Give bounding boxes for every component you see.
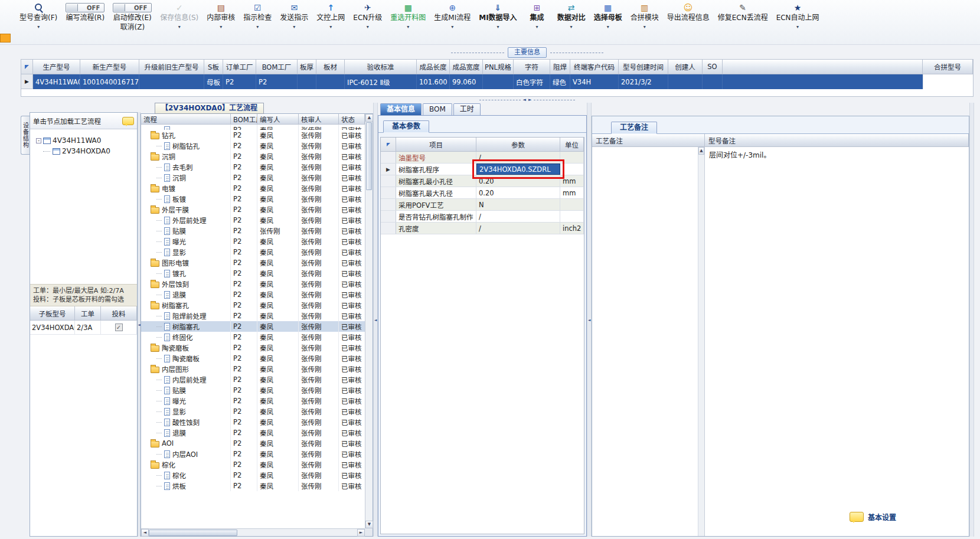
toolbar-button-sublabel[interactable]: 取消(Z) [120, 23, 145, 31]
main-info-section-tab[interactable]: 主要信息 [508, 47, 547, 58]
toolbar-button[interactable]: 发送指示 ▾ [277, 2, 311, 30]
collapse-left-icon[interactable]: ◄ [523, 98, 526, 102]
flow-step-row[interactable]: 树脂钻孔 P2 秦凤 张传刚 已审核 [141, 141, 365, 151]
merge-model-cell[interactable] [923, 74, 973, 89]
param-column-header[interactable]: 单位 [560, 138, 584, 152]
sidebar-vertical-tab[interactable]: 设备结构 [21, 116, 30, 155]
dropdown-arrow-icon[interactable]: ▾ [37, 25, 40, 30]
param-value-cell[interactable]: 0.20 [476, 175, 560, 187]
main-info-cell[interactable]: 白色字符 [514, 74, 550, 89]
param-value-cell[interactable]: 2V34HOXDA0.SZDRL [476, 164, 560, 175]
flow-step-row[interactable]: AOI P2 秦凤 张传刚 已审核 [141, 438, 365, 449]
flow-step-row[interactable]: 镀孔 P2 秦凤 张传刚 已审核 [141, 268, 365, 279]
toolbar-button[interactable]: OFF 编写流程(R) [63, 2, 107, 30]
vertical-splitter[interactable] [969, 103, 974, 537]
toolbar-button[interactable]: 导出流程信息 [664, 2, 713, 30]
param-row[interactable]: 孔密度 / inch2 [381, 223, 584, 234]
param-name-cell[interactable]: 孔密度 [396, 223, 476, 234]
subboard-order-cell[interactable]: 2/3A [75, 321, 101, 335]
column-header[interactable]: 成品宽度 [450, 60, 483, 74]
flow-step-name-cell[interactable]: 内层AOI [141, 449, 231, 459]
flow-step-name-cell[interactable] [141, 125, 231, 130]
toolbar-button[interactable]: 生成MI流程 ▾ [431, 2, 473, 30]
column-header[interactable]: 板材 [316, 60, 345, 74]
flow-step-row[interactable]: 沉铜 P2 秦凤 张传刚 已审核 [141, 151, 365, 162]
toolbar-button[interactable]: 重选开料图 ▾ [387, 2, 429, 30]
flow-step-row[interactable]: 树脂塞孔 P2 秦凤 张传刚 已审核 [141, 300, 365, 311]
dropdown-arrow-icon[interactable]: ▾ [329, 25, 332, 30]
flow-step-row[interactable]: 陶瓷磨板 P2 秦凤 张传刚 已审核 [141, 353, 365, 364]
flow-step-name-cell[interactable]: 显影 [141, 247, 231, 257]
flow-step-name-cell[interactable]: 镀孔 [141, 268, 231, 279]
detail-tab[interactable]: 工时 [453, 103, 481, 115]
param-row[interactable]: 是否背钻孔树脂塞孔制作 / [381, 211, 584, 223]
flow-horizontal-scrollbar[interactable]: ◄ ► [141, 528, 365, 536]
flow-step-row[interactable]: 酸性蚀刻 P2 秦凤 张传刚 已审核 [141, 417, 365, 427]
param-row[interactable]: 树脂塞孔最小孔径 0.20 mm [381, 175, 584, 187]
flow-step-name-cell[interactable]: 棕化 [141, 459, 231, 470]
flow-step-name-cell[interactable]: 曝光 [141, 396, 231, 406]
column-header[interactable]: 字符 [514, 60, 550, 74]
scroll-right-button[interactable]: ► [357, 529, 365, 537]
toolbar-button[interactable]: 修复ECN丢流程 [715, 2, 771, 30]
toolbar-button[interactable]: 内部审核 ▾ [204, 2, 238, 30]
dropdown-arrow-icon[interactable]: ▾ [607, 25, 609, 30]
flow-step-name-cell[interactable]: 陶瓷磨板 [141, 353, 231, 364]
flow-step-name-cell[interactable]: 沉铜 [141, 172, 231, 183]
flow-step-row[interactable]: 贴膜 P2 秦凤 张传刚 已审核 [141, 385, 365, 396]
tree-expander-icon[interactable]: - [36, 138, 41, 143]
toolbar-button[interactable]: 选择母板 ▾ [591, 2, 625, 30]
flow-step-row[interactable]: 钻孔 P2 秦凤 张传刚 已审核 [141, 130, 365, 141]
flow-step-name-cell[interactable]: 退膜 [141, 289, 231, 300]
param-value-cell[interactable]: / [476, 152, 560, 163]
remark-column-header[interactable]: 型号备注 [705, 134, 969, 147]
scrollbar-thumb[interactable] [149, 530, 237, 536]
flow-step-name-cell[interactable]: 烘板 [141, 481, 231, 491]
flow-step-name-cell[interactable]: 树脂钻孔 [141, 141, 231, 151]
flow-step-row[interactable]: 图形电镀 P2 秦凤 张传刚 已审核 [141, 257, 365, 268]
toolbar-button[interactable]: ECN自动上网 ▾ [773, 2, 822, 30]
flow-step-name-cell[interactable]: 棕化 [141, 470, 231, 481]
flow-step-row[interactable]: 板镀 P2 秦凤 张传刚 已审核 [141, 194, 365, 204]
column-header[interactable]: PNL规格 [483, 60, 514, 74]
flow-step-name-cell[interactable]: 内层图形 [141, 364, 231, 374]
flow-step-name-cell[interactable]: 树脂塞孔 [141, 321, 231, 332]
subboard-row[interactable]: 2V34HOXDA0 2/3A ✓ [30, 321, 137, 335]
flow-step-row[interactable]: 外层前处理 P2 秦凤 张传刚 已审核 [141, 215, 365, 226]
main-info-cell[interactable] [668, 74, 703, 89]
dropdown-arrow-icon[interactable]: ▾ [407, 25, 409, 30]
process-remark-cell[interactable] [592, 147, 698, 536]
param-row[interactable]: 油墨型号 / [381, 152, 584, 164]
flow-step-row[interactable]: 曝光 P2 秦凤 张传刚 已审核 [141, 236, 365, 247]
vertical-splitter[interactable]: ◄ [373, 103, 378, 537]
dropdown-arrow-icon[interactable]: ▾ [178, 25, 181, 30]
dropdown-arrow-icon[interactable]: ▾ [451, 25, 453, 30]
toolbar-button[interactable]: 合拼模块 ▾ [628, 2, 662, 30]
flow-step-name-cell[interactable]: 贴膜 [141, 226, 231, 236]
scroll-up-button[interactable]: ▲ [365, 114, 373, 122]
main-info-cell[interactable] [483, 74, 514, 89]
dropdown-arrow-icon[interactable]: ▾ [367, 25, 369, 30]
flow-step-name-cell[interactable]: 外层蚀刻 [141, 279, 231, 289]
flow-step-row[interactable]: 曝光 P2 秦凤 张传刚 已审核 [141, 396, 365, 406]
column-header-merge-model[interactable]: 合拼型号 [923, 60, 973, 74]
flow-step-name-cell[interactable]: 外层干膜 [141, 204, 231, 215]
dropdown-arrow-icon[interactable]: ▾ [536, 25, 538, 30]
tab-basic-params[interactable]: 基本参数 [383, 120, 429, 133]
param-name-cell[interactable]: 油墨型号 [396, 152, 476, 163]
dropdown-arrow-icon[interactable]: ▾ [256, 25, 259, 30]
toolbar-button[interactable]: 指示检查 ▾ [240, 2, 275, 30]
param-row[interactable]: 采用POFV工艺 N [381, 199, 584, 211]
main-info-cell[interactable]: P2 [223, 74, 256, 89]
toolbar-button[interactable]: 文控上网 ▾ [313, 2, 348, 30]
flow-step-name-cell[interactable]: AOI [141, 438, 231, 449]
flow-step-name-cell[interactable]: 图形电镀 [141, 257, 231, 268]
grid-corner-cell[interactable] [21, 60, 33, 74]
flow-step-row[interactable]: 内层AOI P2 秦凤 张传刚 已审核 [141, 449, 365, 459]
flow-step-name-cell[interactable]: 电镀 [141, 183, 231, 194]
column-header[interactable]: 生产型号 [33, 60, 80, 74]
param-unit-cell[interactable] [560, 164, 584, 175]
param-row[interactable]: ▶ 树脂塞孔程序 2V34HOXDA0.SZDRL [381, 164, 584, 175]
flow-step-row[interactable]: 贴膜 P2 张传刚 张传刚 已审核 [141, 226, 365, 236]
column-header[interactable]: 成品长度 [417, 60, 450, 74]
